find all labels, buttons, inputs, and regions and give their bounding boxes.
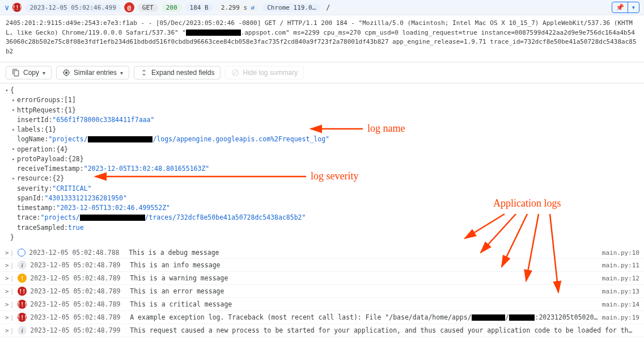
severity-critical-icon: !!! bbox=[12, 3, 22, 12]
redacted-project: XXXXXXXXXXXXXXXX bbox=[88, 136, 153, 142]
redacted-host: XXXXXXXXXXXXXX bbox=[186, 30, 241, 36]
log-row[interactable]: >|!!!2023-12-05 05:02:48.789This is a cr… bbox=[0, 298, 644, 311]
hide-summary-button: Hide log summary bbox=[225, 66, 304, 79]
json-toolbar: Copy ▾ Similar entries ▾ Expand nested f… bbox=[0, 62, 644, 83]
expand-arrows[interactable]: >| bbox=[5, 262, 14, 269]
expand-arrows[interactable]: >| bbox=[5, 288, 14, 295]
log-message: A example exception log. Traceback (most… bbox=[130, 313, 599, 321]
cancel-icon bbox=[231, 69, 239, 77]
pin-controls: 📌 ▾ bbox=[612, 2, 639, 13]
bytes-chip: 184 B bbox=[185, 3, 213, 12]
log-timestamp: 2023-12-05 05:02:48.788 bbox=[29, 249, 125, 257]
log-timestamp: 2023-12-05 05:02:48.799 bbox=[30, 326, 126, 334]
copy-button[interactable]: Copy ▾ bbox=[6, 66, 52, 79]
copy-icon bbox=[12, 69, 20, 77]
http-status-chip: 200 bbox=[162, 3, 182, 12]
latency-chip: 2.299 s ⇄ bbox=[217, 3, 260, 12]
tree-toggle[interactable]: ▸ bbox=[10, 145, 17, 153]
tree-toggle[interactable]: ▸ bbox=[10, 156, 17, 163]
log-message: This is a critical message bbox=[130, 300, 599, 308]
raw-log-text: 2405:201:2:9115:d49e:2543:e7e3:f1ab - - … bbox=[0, 15, 644, 62]
log-row[interactable]: >|i2023-12-05 05:02:48.799This request c… bbox=[0, 324, 644, 337]
log-source: main.py:11 bbox=[602, 262, 639, 269]
log-timestamp: 2023-12-05 05:02:48.789 bbox=[30, 300, 126, 308]
log-row[interactable]: >|!!2023-12-05 05:02:48.789This is an er… bbox=[0, 285, 644, 298]
severity-error-icon: !! bbox=[18, 287, 27, 296]
log-row[interactable]: >|2023-12-05 05:02:48.788This is a debug… bbox=[0, 247, 644, 259]
log-timestamp: 2023-12-05 05:02:48.789 bbox=[30, 313, 126, 321]
tree-toggle[interactable]: ▸ bbox=[10, 96, 17, 104]
tree-toggle[interactable]: ▸ bbox=[10, 126, 17, 134]
log-source: main.py:19 bbox=[602, 314, 639, 321]
log-row[interactable]: >|i2023-12-05 05:02:48.789This is an inf… bbox=[0, 259, 644, 272]
severity-info-icon: i bbox=[18, 326, 27, 335]
pin-button[interactable]: 📌 bbox=[612, 2, 628, 12]
expand-arrows[interactable]: >| bbox=[5, 327, 14, 334]
expand-arrows[interactable]: >| bbox=[5, 314, 14, 321]
http-method-chip: GET bbox=[138, 3, 158, 12]
severity-warning-icon: ! bbox=[18, 274, 27, 283]
log-row[interactable]: >|!!!2023-12-05 05:02:48.789A example ex… bbox=[0, 311, 644, 324]
tree-toggle[interactable]: ▸ bbox=[10, 106, 17, 114]
log-header-row: ∨ !!! 2023-12-05 05:02:46.499 @ GET 200 … bbox=[0, 0, 644, 15]
redacted-project: XXXXXXXXXXXXXXXX bbox=[80, 215, 145, 221]
expand-icon bbox=[140, 69, 148, 77]
log-timestamp: 2023-12-05 05:02:48.789 bbox=[30, 274, 126, 282]
severity-info-icon: i bbox=[18, 261, 27, 270]
json-tree: ▾ { ▸errorGroups: [1] ▸httpRequest: {1} … bbox=[0, 83, 644, 247]
path-text: / bbox=[326, 3, 330, 11]
log-row[interactable]: >|!2023-12-05 05:02:48.789This is a warn… bbox=[0, 272, 644, 285]
log-source: main.py:12 bbox=[602, 275, 639, 282]
useragent-chip: Chrome 119.0… bbox=[262, 3, 320, 12]
log-source: main.py:14 bbox=[602, 301, 639, 308]
target-icon bbox=[62, 69, 70, 77]
expand-arrows[interactable]: >| bbox=[5, 249, 14, 257]
header-timestamp: 2023-12-05 05:02:46.499 bbox=[25, 3, 120, 12]
log-message: This is a debug message bbox=[129, 249, 599, 257]
tree-toggle[interactable]: ▸ bbox=[10, 175, 17, 183]
log-message: This is a warning message bbox=[130, 274, 599, 282]
log-source: main.py:13 bbox=[602, 288, 639, 295]
log-timestamp: 2023-12-05 05:02:48.789 bbox=[30, 261, 126, 269]
severity-critical-icon: !!! bbox=[18, 300, 27, 309]
log-message: This request caused a new process to be … bbox=[130, 326, 636, 334]
expand-fields-button[interactable]: Expand nested fields bbox=[134, 66, 221, 79]
log-source: main.py:10 bbox=[602, 249, 639, 257]
log-message: This is an info message bbox=[130, 261, 599, 269]
similar-entries-button[interactable]: Similar entries ▾ bbox=[56, 66, 129, 79]
tree-toggle[interactable]: ▾ bbox=[3, 87, 10, 95]
severity-critical-icon: !!! bbox=[18, 313, 27, 322]
log-message: This is an error message bbox=[130, 287, 599, 295]
footer-links: Show more Show less Show all bbox=[0, 337, 644, 340]
severity-debug-icon bbox=[18, 249, 26, 257]
collapse-chevron-icon[interactable]: ∨ bbox=[5, 3, 9, 11]
log-timestamp: 2023-12-05 05:02:48.789 bbox=[30, 287, 126, 295]
pin-dropdown[interactable]: ▾ bbox=[628, 2, 639, 12]
expand-arrows[interactable]: >| bbox=[5, 275, 14, 282]
app-at-icon: @ bbox=[124, 2, 134, 12]
expand-arrows[interactable]: >| bbox=[5, 301, 14, 308]
